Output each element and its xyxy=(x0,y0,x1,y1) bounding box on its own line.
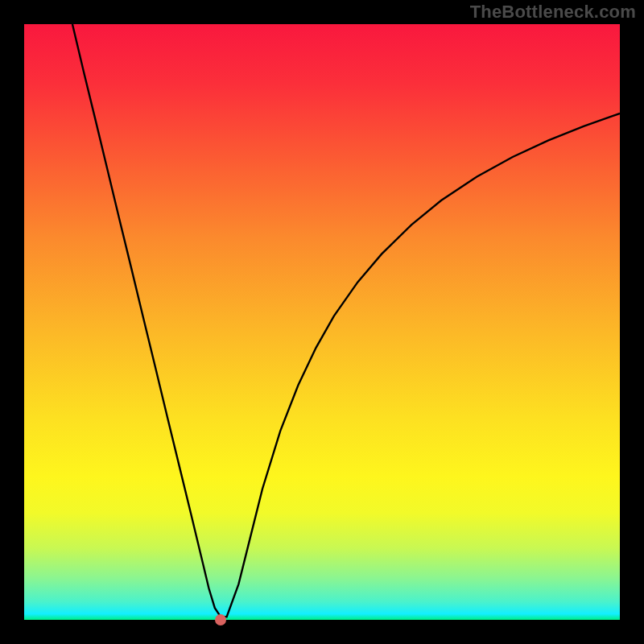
minimum-marker xyxy=(215,614,226,625)
watermark-text: TheBottleneck.com xyxy=(470,2,636,23)
chart-frame: TheBottleneck.com xyxy=(0,0,644,644)
curve-svg xyxy=(24,24,620,620)
bottleneck-curve-path xyxy=(72,24,620,617)
plot-area xyxy=(24,24,620,620)
